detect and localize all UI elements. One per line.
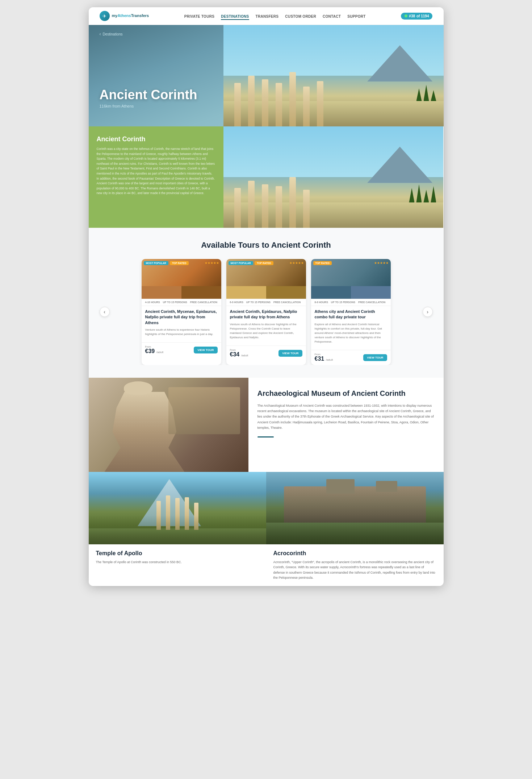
- hero-title-block: Ancient Corinth 116km from Athens: [100, 87, 197, 108]
- tour-view-button-1[interactable]: VIEW TOUR: [194, 347, 217, 353]
- trees: [416, 85, 436, 101]
- tour-stars-3: ★★★★★: [374, 261, 389, 265]
- badge-popular-2: MOST POPULAR: [229, 261, 253, 265]
- acro-tower-1: [326, 479, 355, 494]
- pt-4: [431, 186, 436, 202]
- hero-section: ‹ Destinations Ancient Corinth 116km fro…: [89, 25, 444, 126]
- nav-custom-order[interactable]: CUSTOM ORDER: [285, 14, 316, 18]
- info-title: Ancient Corinth: [97, 135, 215, 143]
- nav-contact[interactable]: CONTACT: [323, 14, 341, 18]
- tour-meta-2: 6-9 HOURS UP TO 15 PERSONS FREE CANCELLA…: [226, 299, 306, 306]
- statue-scene: [89, 378, 248, 472]
- nav-destinations[interactable]: DESTINATIONS: [221, 14, 249, 20]
- tour-cancel-2: FREE CANCELLATION: [273, 301, 301, 303]
- tour-view-button-3[interactable]: VIEW TOUR: [363, 354, 387, 361]
- tree-1: [416, 88, 422, 101]
- tour-footer-1: From €39 /adult VIEW TOUR: [142, 342, 221, 357]
- tour-price-block-3: From €31 /adult: [315, 353, 333, 362]
- tour-card-1: MOST POPULAR TOP RATED ★★★★★ 4-10 HOURS …: [142, 259, 221, 365]
- tour-card-3: TOP RATED ★★★★★ 8-9 HOURS UP TO 15 PERSO…: [311, 259, 391, 365]
- pc-1: [234, 188, 241, 228]
- pt-3: [423, 190, 429, 202]
- tour-hours-2: 6-9 HOURS: [230, 301, 243, 303]
- breadcrumb: ‹ Destinations: [100, 32, 123, 37]
- tour-price-label-1: From: [145, 345, 164, 348]
- tour-persons-2: UP TO 15 PERSONS: [246, 301, 271, 303]
- tour-thumbs-2: [226, 286, 306, 299]
- tour-price-1: €39: [145, 348, 155, 354]
- tour-card-2-img: MOST POPULAR TOP RATED ★★★★★: [226, 259, 306, 299]
- pc-4: [276, 186, 282, 228]
- logo-icon: [100, 11, 110, 21]
- pc-5: [289, 177, 296, 228]
- temple-title: Temple of Apollo: [96, 550, 259, 557]
- tour-body-1: Ancient Corinth, Mycenae, Epidaurus, Naf…: [142, 306, 221, 342]
- acro-scene: [266, 472, 444, 544]
- museum-photo: [89, 378, 248, 472]
- museum-content: Archaeological Museum of Ancient Corinth…: [248, 378, 444, 472]
- tour-hours-3: 8-9 HOURS: [315, 301, 328, 303]
- tour-body-3: Athens city and Ancient Corinth combo fu…: [311, 306, 391, 350]
- badge-number: #38: [409, 14, 415, 18]
- tour-price-block-1: From €39 /adult: [145, 345, 164, 355]
- tour-price-label-2: From: [230, 349, 248, 351]
- tour-stars-2: ★★★★★: [289, 261, 304, 265]
- pc-3: [262, 184, 268, 228]
- acro-tower-2: [376, 481, 397, 492]
- temple-img: [89, 472, 266, 544]
- tours-section-title: Available Tours to Ancient Corinth: [100, 240, 433, 250]
- pc-2: [248, 181, 255, 228]
- tour-hours-1: 4-10 HOURS: [145, 301, 160, 303]
- acro-info: Acrocorinth Acrocorinth, "Upper Corinth"…: [266, 544, 444, 586]
- acro-overlay: [266, 515, 444, 544]
- tour-price-2: €34: [230, 351, 240, 357]
- badge-rated-2: TOP RATED: [255, 261, 273, 265]
- browser-frame: myAthensTransfers PRIVATE TOURS DESTINAT…: [89, 7, 444, 586]
- pt-2: [416, 184, 422, 202]
- tour-thumb-2a: [226, 286, 266, 299]
- column-3: [262, 79, 268, 126]
- tour-desc-3: Explore all of Athens and Ancient Corint…: [315, 322, 387, 344]
- nav-links: PRIVATE TOURS DESTINATIONS TRANSFERS CUS…: [184, 13, 366, 19]
- tour-thumb-3b: [351, 286, 391, 299]
- pc-6: [303, 190, 310, 228]
- ruins-columns: [223, 66, 444, 126]
- tour-price-per-3: /adult: [326, 358, 333, 361]
- temple-overlay: [89, 515, 266, 544]
- tour-thumb-3a: [311, 286, 351, 299]
- museum-divider: [257, 436, 274, 437]
- tour-desc-1: Venture south of Athens to experience fo…: [145, 328, 218, 336]
- nav-transfers[interactable]: TRANSFERS: [256, 14, 279, 18]
- nav-support[interactable]: SUPPORT: [347, 14, 365, 18]
- tour-thumb-2b: [266, 286, 306, 299]
- acro-title: Acrocorinth: [273, 550, 436, 557]
- tour-footer-2: From €34 /adult VIEW TOUR: [226, 345, 306, 361]
- tour-meta-1: 4-10 HOURS UP TO 15 PERSONS FREE CANCELL…: [142, 299, 221, 306]
- column-5: [289, 72, 296, 126]
- badge-total: of 1194: [416, 14, 429, 18]
- tour-card-2: MOST POPULAR TOP RATED ★★★★★ 6-9 HOURS U…: [226, 259, 306, 365]
- tree-2: [424, 85, 429, 101]
- tour-price-label-3: From: [315, 353, 333, 356]
- hero-photo: [223, 25, 444, 126]
- nav-badge-dot: [405, 14, 407, 17]
- attractions-section: Temple of Apollo The Temple of Apollo at…: [89, 472, 444, 586]
- breadcrumb-text: Destinations: [103, 32, 123, 36]
- tour-price-block-2: From €34 /adult: [230, 349, 248, 358]
- nav-private-tours[interactable]: PRIVATE TOURS: [184, 14, 214, 18]
- carousel-next-button[interactable]: ›: [423, 307, 433, 317]
- temple-scene: [89, 472, 266, 544]
- tour-view-button-2[interactable]: VIEW TOUR: [278, 350, 302, 357]
- tour-footer-3: From €31 /adult VIEW TOUR: [311, 350, 391, 365]
- tour-persons-3: UP TO 15 PERSONS: [331, 301, 355, 303]
- columns-section: Ancient Corinth Corinth was a city-state…: [89, 126, 444, 228]
- column-4: [276, 83, 282, 126]
- tour-persons-1: UP TO 15 PERSONS: [163, 301, 187, 303]
- main-photo-panel: [223, 126, 444, 228]
- tour-cancel-3: FREE CANCELLATION: [358, 301, 385, 303]
- navbar: myAthensTransfers PRIVATE TOURS DESTINAT…: [89, 7, 444, 25]
- tour-title-2: Ancient Corinth, Epidaurus, Nafplio priv…: [230, 309, 302, 320]
- badge-rated-1: TOP RATED: [170, 261, 189, 265]
- carousel-prev-button[interactable]: ‹: [100, 307, 110, 317]
- tour-cancel-1: FREE CANCELLATION: [190, 301, 217, 303]
